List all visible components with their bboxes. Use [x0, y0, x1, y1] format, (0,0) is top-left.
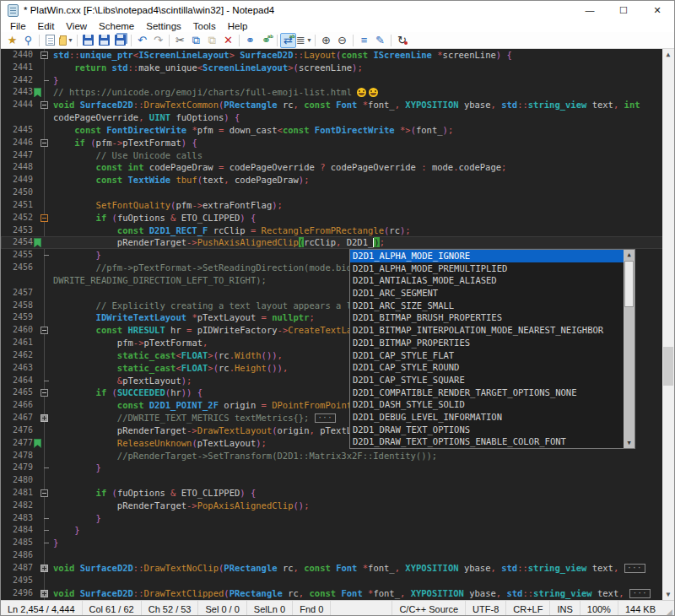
scheme-select-button[interactable]: ≣▼ [296, 33, 312, 48]
fold-end-icon[interactable] [44, 80, 49, 81]
fold-margin[interactable] [40, 74, 49, 87]
code-line[interactable]: 2482 pRenderTarget->PopAxisAlignedClip()… [1, 500, 674, 512]
delete-button[interactable]: ✕ [220, 33, 236, 48]
code-line[interactable]: 2442} [1, 74, 674, 87]
status-file-size[interactable]: 144 KB [618, 601, 662, 616]
undo-button[interactable]: ↶ [134, 33, 150, 48]
autocomplete-item[interactable]: D2D1_BITMAP_INTERPOLATION_MODE_NEAREST_N… [350, 324, 624, 337]
code-line[interactable]: codePageOverride, UINT fuOptions) { [1, 111, 674, 124]
code-line[interactable]: 2446 if (pfm->pTextFormat) { [1, 137, 674, 149]
paste-button[interactable]: ⧉ [204, 33, 220, 48]
favorites-button[interactable]: ★ [4, 33, 20, 48]
fold-open-icon[interactable] [40, 139, 48, 147]
word-wrap-toggle[interactable]: ⇄ab [280, 33, 296, 48]
zoom-in-button[interactable]: ⊕ [318, 33, 334, 48]
status-insert-mode[interactable]: INS [549, 601, 579, 616]
bookmark-icon[interactable] [34, 88, 41, 97]
menu-view[interactable]: View [60, 19, 93, 32]
code-line[interactable]: 2496void SurfaceD2D::DrawTextClipped(PRe… [1, 587, 674, 600]
fold-margin[interactable] [40, 487, 49, 500]
fold-margin[interactable] [40, 537, 49, 549]
code-line[interactable]: 2450 [1, 186, 674, 199]
fold-ellipsis-box[interactable]: ··· [629, 589, 651, 598]
code-line[interactable]: 2449 const TextWide tbuf(text, codePageD… [1, 174, 674, 186]
fold-margin[interactable] [40, 49, 49, 62]
scroll-up-icon[interactable]: ▲ [662, 49, 674, 60]
fold-margin[interactable] [40, 386, 49, 399]
fold-end-icon[interactable] [44, 518, 49, 519]
code-line[interactable]: 2448 const int codePageDraw = codePageOv… [1, 161, 674, 174]
fold-ellipsis-box[interactable]: ··· [624, 564, 645, 573]
close-button[interactable]: ✕ [640, 1, 674, 19]
fold-closed-icon[interactable] [40, 590, 48, 597]
save-as-button[interactable] [96, 33, 112, 48]
status-line-ending[interactable]: CR+LF [505, 601, 549, 616]
minimize-button[interactable]: — [573, 1, 607, 19]
fold-margin[interactable] [40, 212, 49, 224]
autocomplete-item[interactable]: D2D1_CAP_STYLE_ROUND [350, 361, 624, 374]
fold-open-highlight-icon[interactable] [40, 214, 48, 222]
fold-open-icon[interactable] [40, 51, 48, 59]
fold-open-icon[interactable] [40, 389, 48, 397]
fold-margin[interactable] [40, 99, 49, 111]
fold-end-icon[interactable] [44, 543, 49, 543]
save-button[interactable] [80, 33, 96, 48]
chevron-down-icon[interactable]: ▼ [306, 37, 312, 43]
autocomplete-item[interactable]: D2D1_ARC_SIZE_SMALL [350, 300, 624, 312]
bookmark-icon[interactable] [34, 439, 41, 448]
fold-margin[interactable] [40, 412, 49, 424]
autocomplete-item[interactable]: D2D1_DRAW_TEXT_OPTIONS [350, 424, 624, 436]
save-all-button[interactable] [112, 33, 128, 48]
autocomplete-item[interactable]: D2D1_ALPHA_MODE_IGNORE [350, 250, 624, 262]
menu-edit[interactable]: Edit [32, 19, 61, 32]
code-line[interactable]: 2453 const D2D1_RECT_F rcClip = Rectangl… [1, 224, 674, 237]
menu-scheme[interactable]: Scheme [93, 19, 140, 32]
fold-open-icon[interactable] [40, 489, 48, 497]
code-line[interactable]: 2445 const FontDirectWrite *pfm = down_c… [1, 124, 674, 137]
copy-button[interactable]: ⧉ [188, 33, 204, 48]
autocomplete-item[interactable]: D2D1_COMPATIBLE_RENDER_TARGET_OPTIONS_NO… [350, 386, 624, 399]
current-code-line[interactable]: 2454 pRenderTarget->PushAxisAlignedClip(… [1, 236, 674, 249]
scroll-down-icon[interactable]: ▼ [624, 438, 634, 448]
autocomplete-item[interactable]: D2D1_DASH_STYLE_SOLID [350, 398, 624, 411]
browse-files-button[interactable]: ⚲ [20, 33, 36, 48]
fold-margin[interactable] [40, 375, 49, 387]
new-file-button[interactable] [42, 33, 58, 48]
autocomplete-item[interactable]: D2D1_DEBUG_LEVEL_INFORMATION [350, 411, 624, 424]
zoom-out-button[interactable]: ⊖ [334, 33, 350, 48]
autocomplete-item[interactable]: D2D1_CAP_STYLE_FLAT [350, 349, 624, 362]
fold-margin[interactable] [40, 249, 49, 262]
replace-button[interactable]: ⚭ab [258, 33, 274, 48]
fold-margin[interactable] [40, 324, 49, 337]
menu-file[interactable]: File [4, 19, 32, 32]
bookmark-icon[interactable] [34, 238, 41, 247]
code-editor[interactable]: 2440std::unique_ptr<IScreenLineLayout> S… [1, 49, 674, 600]
autocomplete-item[interactable]: D2D1_ARC_SEGMENT [350, 287, 624, 300]
autocomplete-item[interactable]: D2D1_BITMAP_PROPERTIES [350, 337, 624, 349]
code-line[interactable]: 2479 } [1, 462, 674, 474]
fold-margin[interactable] [40, 562, 49, 575]
code-line[interactable]: 2481 if (fuOptions & ETO_CLIPPED) { [1, 487, 674, 500]
status-zoom-level[interactable]: 100% [580, 601, 618, 616]
scroll-up-icon[interactable]: ▲ [624, 250, 634, 260]
code-line[interactable]: 2452 if (fuOptions & ETO_CLIPPED) { [1, 212, 674, 224]
fold-open-icon[interactable] [40, 327, 48, 334]
fold-margin[interactable] [40, 512, 49, 525]
code-line[interactable]: 2495 [1, 575, 674, 587]
code-line[interactable]: 2444void SurfaceD2D::DrawTextCommon(PRec… [1, 99, 674, 111]
fold-end-icon[interactable] [44, 530, 49, 531]
code-line[interactable]: 2484 } [1, 524, 674, 537]
fold-closed-icon[interactable] [40, 565, 48, 572]
fold-margin[interactable] [40, 587, 49, 600]
fold-end-icon[interactable] [44, 381, 49, 381]
cut-button[interactable]: ✂ [172, 33, 188, 48]
autocomplete-item[interactable]: D2D1_DRAW_TEXT_OPTIONS_ENABLE_COLOR_FONT [350, 435, 624, 448]
code-line[interactable]: 2485} [1, 537, 674, 549]
maximize-button[interactable]: ☐ [607, 1, 640, 19]
code-line[interactable]: 2487void SurfaceD2D::DrawTextNoClip(PRec… [1, 562, 674, 575]
code-line[interactable]: 2478 //pRenderTarget->SetTransform(D2D1:… [1, 450, 674, 462]
resize-grip[interactable]: ◢ [662, 601, 674, 616]
fold-end-icon[interactable] [44, 467, 49, 468]
editor-scroll-thumb[interactable] [663, 347, 673, 386]
fold-closed-icon[interactable] [40, 414, 48, 422]
